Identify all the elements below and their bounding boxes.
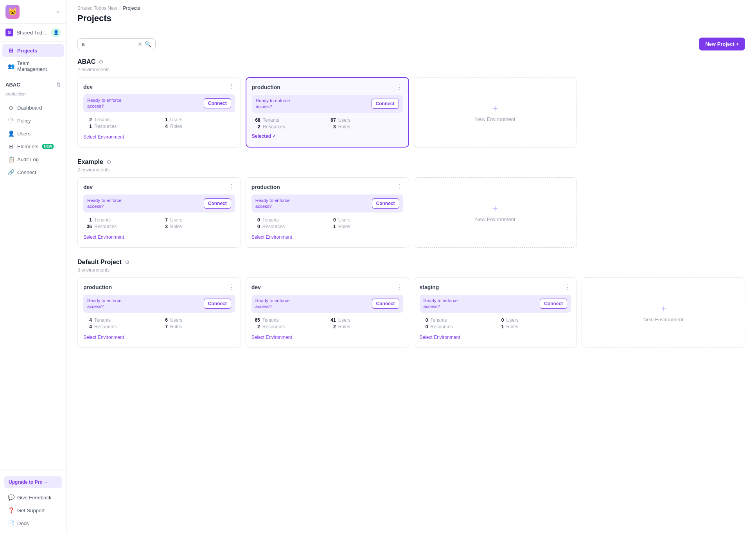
get-support-link[interactable]: ❓ Get Support [2,504,64,517]
tenants-label: Tenants [262,317,279,323]
new-env-plus-icon: + [492,203,498,214]
new-env-card-2-3[interactable]: + New Environment [582,277,745,348]
sidebar-item-elements[interactable]: ⊞ Elements NEW [2,140,64,153]
users-count: 41 [327,317,336,323]
new-project-button[interactable]: New Project + [699,38,745,50]
roles-label: Roles [338,324,350,330]
roles-count: 3 [159,224,168,229]
project-gear-1[interactable]: ⚙ [106,159,111,165]
select-env-link[interactable]: Select Environment [83,335,124,340]
env-stats: 4 Tenants 6 Users 4 Resources 7 Roles [83,317,235,330]
projects-icon: ⊞ [8,47,14,54]
sidebar-item-policy[interactable]: 🛡 Policy [2,114,64,127]
enforce-text: Ready to enforce access? [424,298,467,310]
env-name: production [251,184,280,190]
env-menu-button[interactable]: ⋮ [564,283,571,291]
connect-button[interactable]: Connect [204,299,231,309]
connect-button[interactable]: Connect [372,299,399,309]
roles-label: Roles [338,224,350,229]
env-action[interactable]: Selected ✓ [252,133,403,139]
env-action[interactable]: Select Environment [251,233,403,240]
env-action[interactable]: Select Environment [420,333,571,340]
connect-button[interactable]: Connect [204,198,231,209]
users-count: 1 [159,117,168,122]
roles-label: Roles [506,324,518,330]
search-clear-icon[interactable]: ✕ [138,41,142,47]
search-box: ✕ 🔍 [77,38,156,50]
env-action[interactable]: Select Environment [83,133,235,140]
users-stat: 6 Users [159,317,235,323]
docs-link[interactable]: 📄 Docs [2,517,64,529]
roles-stat: 3 Roles [327,124,403,130]
select-env-link[interactable]: Select Environment [83,234,124,240]
env-card-0-1: production ⋮ Ready to enforce access? Co… [246,77,409,148]
current-project-section: ABAC ⇅ [0,78,66,92]
sidebar-item-dashboard[interactable]: ⊙ Dashboard [2,101,64,114]
resources-label: Resources [94,224,117,229]
resources-count: 2 [251,324,260,330]
env-stats: 0 Tenants 0 Users 0 Resources 1 Roles [420,317,571,330]
support-icon: ❓ [8,507,14,513]
connect-button[interactable]: Connect [204,98,231,108]
env-menu-button[interactable]: ⋮ [397,283,403,291]
connect-button[interactable]: Connect [540,299,567,309]
elements-icon: ⊞ [8,143,14,149]
env-menu-button[interactable]: ⋮ [228,283,235,291]
elements-badge: NEW [42,144,54,149]
select-env-link[interactable]: Select Environment [251,335,292,340]
select-env-link[interactable]: Select Environment [420,335,460,340]
sidebar-item-projects[interactable]: ⊞ Projects [2,44,64,57]
roles-stat: 2 Roles [327,324,403,330]
feedback-icon: 💬 [8,494,14,501]
new-env-card-1-2[interactable]: + New Environment [414,177,577,248]
sidebar-item-users[interactable]: 👤 Users [2,127,64,140]
roles-count: 3 [327,124,336,130]
users-count: 67 [327,117,336,123]
users-count: 6 [159,317,168,323]
give-feedback-link[interactable]: 💬 Give Feedback [2,491,64,504]
project-gear-0[interactable]: ⚙ [99,59,104,65]
env-card-header: dev ⋮ [83,83,235,90]
sidebar-item-audit-log[interactable]: 📋 Audit Log [2,153,64,166]
workspace-initial: S [5,29,13,36]
env-menu-button[interactable]: ⋮ [228,183,235,191]
enforce-box: Ready to enforce access? Connect [83,94,235,112]
env-menu-button[interactable]: ⋮ [228,83,235,90]
enforce-box: Ready to enforce access? Connect [420,295,571,313]
enforce-text: Ready to enforce access? [256,98,299,110]
env-grid-2: production ⋮ Ready to enforce access? Co… [77,277,745,348]
users-count: 0 [327,217,336,223]
project-gear-2[interactable]: ⚙ [125,259,130,265]
docs-icon: 📄 [8,520,14,526]
users-stat: 0 Users [327,217,403,223]
env-menu-button[interactable]: ⋮ [396,83,403,91]
env-action[interactable]: Select Environment [251,333,403,340]
sidebar-item-team[interactable]: 👥 Team Management [2,57,64,75]
breadcrumb-current: Projects [123,5,140,11]
env-card-header: production ⋮ [83,283,235,291]
select-env-link[interactable]: Select Environment [83,134,124,140]
sidebar-item-connect[interactable]: 🔗 Connect [2,166,64,178]
env-action[interactable]: Select Environment [83,333,235,340]
connect-button[interactable]: Connect [372,99,399,109]
roles-stat: 1 Roles [327,224,403,229]
workspace-row[interactable]: S Shared Todos ... 👤 [0,24,66,41]
current-env-label: production [0,92,66,99]
connect-button[interactable]: Connect [372,198,399,209]
env-stats: 1 Tenants 7 Users 36 Resources 3 Roles [83,217,235,229]
resources-stat: 2 Resources [252,124,327,130]
new-env-card-0-2[interactable]: + New Environment [414,77,577,148]
env-action[interactable]: Select Environment [83,233,235,240]
roles-label: Roles [170,224,182,229]
env-stats: 68 Tenants 67 Users 2 Resources 3 Roles [252,117,403,130]
env-menu-button[interactable]: ⋮ [397,183,403,191]
collapse-sidebar-button[interactable]: « [56,8,61,16]
search-magnifier-icon[interactable]: 🔍 [145,41,151,47]
upgrade-to-pro-button[interactable]: Upgrade to Pro → [4,476,62,488]
new-env-label: New Environment [475,216,515,222]
env-name: production [83,284,112,290]
search-input[interactable] [82,41,135,47]
project-name-1: Example [77,158,103,166]
select-env-link[interactable]: Select Environment [251,234,292,240]
project-name-0: ABAC [77,58,95,65]
